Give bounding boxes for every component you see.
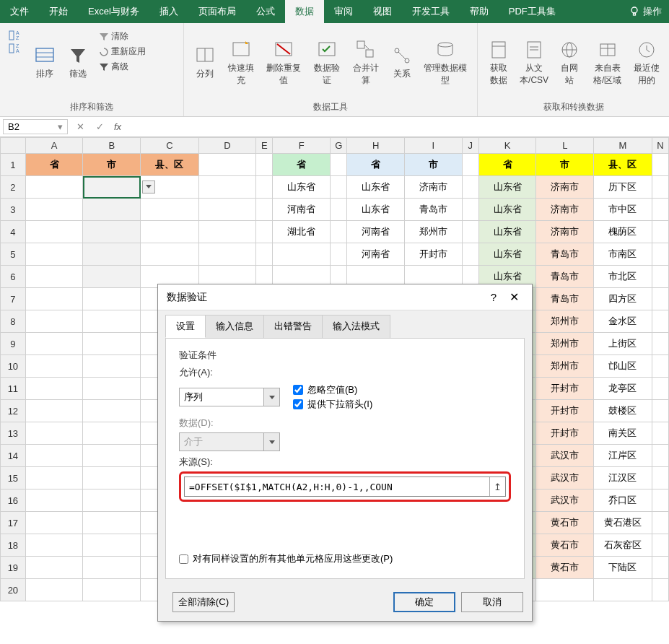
cell-L12[interactable]: 开封市 bbox=[536, 400, 594, 422]
ok-button[interactable]: 确定 bbox=[393, 592, 455, 612]
cancel-button[interactable]: 取消 bbox=[461, 592, 523, 612]
close-icon[interactable]: ✕ bbox=[505, 290, 523, 304]
cell-K5[interactable]: 山东省 bbox=[478, 243, 536, 266]
cell-M17[interactable]: 黄石港区 bbox=[594, 512, 652, 534]
cell-M19[interactable]: 下陆区 bbox=[594, 557, 652, 579]
row-header-20[interactable]: 20 bbox=[1, 579, 26, 601]
cell-M14[interactable]: 江岸区 bbox=[594, 445, 652, 467]
cell-B13[interactable] bbox=[83, 422, 141, 445]
select-all-corner[interactable] bbox=[1, 138, 26, 154]
col-header-C[interactable]: C bbox=[141, 138, 199, 154]
cell-N20[interactable] bbox=[652, 579, 668, 601]
col-header-G[interactable]: G bbox=[331, 138, 347, 154]
row-header-5[interactable]: 5 bbox=[1, 243, 26, 266]
cell-B7[interactable] bbox=[83, 288, 141, 310]
cell-B15[interactable] bbox=[83, 467, 141, 489]
cell-L5[interactable]: 青岛市 bbox=[536, 243, 594, 266]
cell-I1[interactable]: 市 bbox=[405, 154, 463, 176]
cell-L16[interactable]: 武汉市 bbox=[536, 489, 594, 512]
cell-L3[interactable]: 济南市 bbox=[536, 199, 594, 221]
cell-B5[interactable] bbox=[83, 243, 141, 266]
cell-A10[interactable] bbox=[25, 355, 83, 378]
cell-M16[interactable]: 乔口区 bbox=[594, 489, 652, 512]
col-header-D[interactable]: D bbox=[198, 138, 256, 154]
cell-M8[interactable]: 金水区 bbox=[594, 310, 652, 333]
cell-J2[interactable] bbox=[462, 176, 478, 199]
cell-A4[interactable] bbox=[25, 221, 83, 243]
cell-N16[interactable] bbox=[652, 489, 668, 512]
cell-L17[interactable]: 黄石市 bbox=[536, 512, 594, 534]
cell-B19[interactable] bbox=[83, 557, 141, 579]
from-csv[interactable]: 从文本/CSV bbox=[515, 26, 553, 100]
cell-G2[interactable] bbox=[331, 176, 347, 199]
cell-J4[interactable] bbox=[462, 221, 478, 243]
cell-B11[interactable] bbox=[83, 378, 141, 400]
cell-F1[interactable]: 省 bbox=[273, 154, 331, 176]
col-header-J[interactable]: J bbox=[462, 138, 478, 154]
cell-L14[interactable]: 武汉市 bbox=[536, 445, 594, 467]
cell-D2[interactable] bbox=[198, 176, 256, 199]
cell-B12[interactable] bbox=[83, 400, 141, 422]
cell-L7[interactable]: 青岛市 bbox=[536, 288, 594, 310]
row-header-16[interactable]: 16 bbox=[1, 489, 26, 512]
cell-C4[interactable] bbox=[141, 221, 199, 243]
cell-N9[interactable] bbox=[652, 333, 668, 355]
cell-B18[interactable] bbox=[83, 534, 141, 557]
tell-me[interactable]: 操作 bbox=[621, 5, 669, 18]
cell-L10[interactable]: 郑州市 bbox=[536, 355, 594, 378]
cell-M5[interactable]: 市南区 bbox=[594, 243, 652, 266]
remove-duplicates[interactable]: 删除重复值 bbox=[261, 26, 307, 100]
col-header-H[interactable]: H bbox=[347, 138, 405, 154]
cell-A16[interactable] bbox=[25, 489, 83, 512]
cell-F2[interactable]: 山东省 bbox=[273, 176, 331, 199]
cell-I2[interactable]: 济南市 bbox=[405, 176, 463, 199]
col-header-F[interactable]: F bbox=[273, 138, 331, 154]
col-header-E[interactable]: E bbox=[256, 138, 273, 154]
from-range[interactable]: 来自表格/区域 bbox=[586, 26, 629, 100]
get-data[interactable]: 获取数据 bbox=[482, 26, 515, 100]
ribbon-tab-1[interactable]: 开始 bbox=[39, 0, 78, 23]
cell-H2[interactable]: 山东省 bbox=[347, 176, 405, 199]
data-validation[interactable]: 数据验证 bbox=[307, 26, 346, 100]
cell-N15[interactable] bbox=[652, 467, 668, 489]
cell-L18[interactable]: 黄石市 bbox=[536, 534, 594, 557]
row-header-13[interactable]: 13 bbox=[1, 422, 26, 445]
row-header-7[interactable]: 7 bbox=[1, 288, 26, 310]
cell-A6[interactable] bbox=[25, 266, 83, 288]
cell-M13[interactable]: 南关区 bbox=[594, 422, 652, 445]
ribbon-tab-5[interactable]: 公式 bbox=[246, 0, 285, 23]
cell-B10[interactable] bbox=[83, 355, 141, 378]
row-header-19[interactable]: 19 bbox=[1, 557, 26, 579]
row-header-2[interactable]: 2 bbox=[1, 176, 26, 199]
cell-I5[interactable]: 开封市 bbox=[405, 243, 463, 266]
cell-M20[interactable] bbox=[594, 579, 652, 601]
cell-F5[interactable] bbox=[273, 243, 331, 266]
ribbon-tab-6[interactable]: 数据 bbox=[285, 0, 324, 23]
cell-L19[interactable]: 黄石市 bbox=[536, 557, 594, 579]
cell-B1[interactable]: 市 bbox=[83, 154, 141, 176]
ribbon-tab-8[interactable]: 视图 bbox=[363, 0, 402, 23]
cell-A13[interactable] bbox=[25, 422, 83, 445]
cell-D3[interactable] bbox=[198, 199, 256, 221]
cell-L15[interactable]: 武汉市 bbox=[536, 467, 594, 489]
col-header-K[interactable]: K bbox=[478, 138, 536, 154]
cancel-formula-icon[interactable]: ✕ bbox=[71, 121, 90, 132]
cell-A1[interactable]: 省 bbox=[25, 154, 83, 176]
row-header-9[interactable]: 9 bbox=[1, 333, 26, 355]
cell-C1[interactable]: 县、区 bbox=[141, 154, 199, 176]
cell-G5[interactable] bbox=[331, 243, 347, 266]
incell-dropdown-checkbox[interactable]: 提供下拉箭头(I) bbox=[293, 398, 372, 411]
row-header-3[interactable]: 3 bbox=[1, 199, 26, 221]
row-header-17[interactable]: 17 bbox=[1, 512, 26, 534]
advanced-filter[interactable]: 高级 bbox=[96, 59, 149, 74]
cell-N1[interactable] bbox=[652, 154, 668, 176]
from-web[interactable]: 自网站 bbox=[553, 26, 586, 100]
ribbon-tab-11[interactable]: PDF工具集 bbox=[499, 0, 566, 23]
help-icon[interactable]: ? bbox=[482, 291, 505, 303]
cell-B14[interactable] bbox=[83, 445, 141, 467]
cell-E3[interactable] bbox=[256, 199, 273, 221]
cell-K2[interactable]: 山东省 bbox=[478, 176, 536, 199]
cell-B6[interactable] bbox=[83, 266, 141, 288]
ribbon-tab-10[interactable]: 帮助 bbox=[460, 0, 499, 23]
cell-G1[interactable] bbox=[331, 154, 347, 176]
